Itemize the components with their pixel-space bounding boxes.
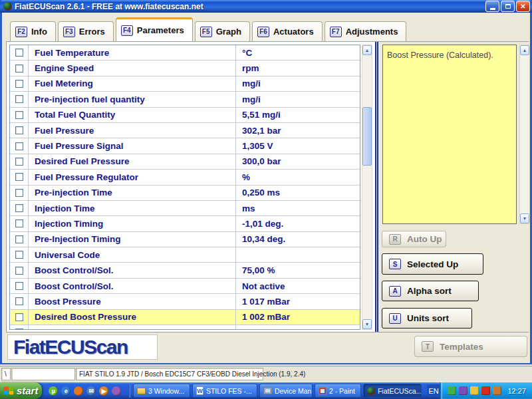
table-row[interactable]: Injection Timems [10, 201, 360, 216]
table-row[interactable]: Boost Control/Sol.75,00 % [10, 263, 360, 278]
start-button[interactable]: start [0, 382, 42, 399]
right-panel: Boost Pressure (Calculated). ▲ ▼ RAuto U… [379, 42, 529, 332]
tab-label: Graph [216, 27, 241, 37]
parameter-value: 1,305 V [242, 141, 273, 151]
table-row[interactable]: Boost Pressure1 017 mBar [10, 294, 360, 309]
photos-icon[interactable] [112, 386, 121, 396]
dropdown-caret-icon[interactable]: ▼ [188, 388, 190, 394]
language-indicator[interactable]: EN [427, 384, 441, 397]
tab-adjustments[interactable]: F7Adjustments [325, 21, 407, 41]
table-scrollbar[interactable]: ▲ ▼ [362, 45, 372, 330]
table-row[interactable]: Pre-Injection Timing10,34 deg. [10, 232, 360, 247]
tab-actuators[interactable]: F6Actuators [252, 21, 323, 41]
alpha-sort-button[interactable]: AAlpha sort [382, 281, 479, 301]
mail-icon[interactable]: ✉ [86, 386, 96, 396]
checkbox-cell [10, 186, 29, 200]
table-row[interactable]: Fuel Pressure Signal1,305 V [10, 138, 360, 154]
taskbar-button[interactable]: Device Man... [259, 384, 313, 398]
taskbar-clock[interactable]: 12:27 [507, 387, 526, 395]
row-checkbox[interactable] [15, 49, 23, 57]
row-checkbox[interactable] [15, 189, 23, 197]
taskbar-button-label: 3 Window... [148, 387, 184, 395]
table-row[interactable]: Total Fuel Quantity5,51 mg/i [10, 108, 360, 123]
row-checkbox[interactable] [15, 126, 23, 134]
table-row[interactable]: Fuel Pressure Regulator% [10, 170, 360, 185]
row-checkbox[interactable] [15, 267, 23, 275]
tab-parameters[interactable]: F4Parameters [116, 17, 193, 41]
checkbox-cell [10, 216, 29, 231]
logo-text: FiatECUScan [13, 336, 128, 358]
table-row[interactable]: Desired Boost Pressure1 002 mBar [10, 310, 360, 325]
selected-up-button[interactable]: SSelected Up [382, 253, 483, 275]
row-checkbox[interactable] [15, 251, 23, 259]
table-row[interactable]: Engine Speedrpm [10, 61, 360, 76]
row-checkbox[interactable] [15, 204, 23, 212]
close-icon[interactable]: ✕ [516, 1, 530, 12]
parameter-value: 302,1 bar [242, 126, 281, 136]
taskbar-button[interactable]: FiatECUSca... [363, 384, 422, 398]
row-checkbox[interactable] [15, 80, 23, 88]
row-checkbox[interactable] [15, 65, 23, 72]
row-checkbox[interactable] [15, 282, 23, 290]
row-checkbox[interactable] [15, 111, 23, 119]
utorrent-icon[interactable]: µ [49, 386, 58, 396]
firefox-icon[interactable] [74, 386, 83, 396]
checkbox-cell [10, 138, 29, 153]
scroll-down-icon[interactable]: ▼ [362, 319, 372, 329]
table-row[interactable]: Pre-injection fuel quantitymg/i [10, 92, 360, 107]
parameter-value-cell: Not active [236, 279, 360, 293]
media-player-icon[interactable]: ▶ [99, 386, 108, 396]
tray-antivirus-icon[interactable] [481, 386, 490, 395]
row-checkbox[interactable] [15, 235, 23, 243]
row-checkbox[interactable] [15, 297, 23, 305]
units-sort-button[interactable]: UUnits sort [382, 308, 472, 329]
table-scrollbar-thumb[interactable] [362, 107, 372, 166]
taskbar-button[interactable]: WSTILO FES -... [192, 384, 257, 398]
parameter-name-cell: Actual EGR [29, 325, 236, 330]
paint-icon [319, 387, 327, 395]
minimize-icon[interactable] [485, 1, 499, 12]
row-checkbox[interactable] [15, 173, 23, 181]
row-checkbox[interactable] [15, 158, 23, 166]
tray-display-icon[interactable] [470, 386, 479, 395]
info-scroll-up-icon[interactable]: ▲ [520, 45, 529, 55]
table-row[interactable]: Universal Code [10, 247, 360, 263]
tab-graph[interactable]: F5Graph [195, 21, 250, 41]
parameter-name: Total Fuel Quantity [35, 110, 115, 120]
row-checkbox[interactable] [15, 313, 23, 321]
tab-errors[interactable]: F3Errors [58, 21, 114, 41]
taskbar-button[interactable]: 2 - Paint [315, 384, 361, 398]
row-checkbox[interactable] [15, 329, 23, 330]
tray-device-icon[interactable] [459, 386, 467, 395]
parameter-value-cell: 300,0 bar [236, 154, 360, 169]
table-row[interactable]: Fuel Pressure302,1 bar [10, 123, 360, 138]
titlebar[interactable]: FiatECUScan 2.6.1 - FREE at www.fiatecus… [0, 0, 532, 13]
auto-up-button[interactable]: RAuto Up [382, 231, 446, 247]
tray-messenger-icon[interactable] [448, 386, 456, 395]
row-checkbox[interactable] [15, 95, 23, 103]
parameter-name: Injection Timing [35, 219, 103, 229]
table-row[interactable]: Fuel Temperature°C [10, 45, 360, 61]
taskbar-button[interactable]: 3 Window...▼ [133, 384, 190, 398]
parameter-name-cell: Pre-Injection Timing [29, 232, 236, 247]
table-row[interactable]: Fuel Meteringmg/i [10, 76, 360, 92]
tray-updates-icon[interactable] [493, 386, 501, 395]
scroll-up-icon[interactable]: ▲ [362, 45, 372, 55]
table-row[interactable]: Actual EGRNot active [10, 325, 360, 330]
table-row[interactable]: Desired Fuel Pressure300,0 bar [10, 154, 360, 170]
info-scrollbar[interactable]: ▲ ▼ [519, 45, 530, 224]
parameter-name-cell: Fuel Pressure Signal [29, 138, 236, 153]
tab-info[interactable]: F2Info [10, 21, 56, 41]
parameter-name: Boost Pressure [35, 297, 101, 307]
info-scroll-down-icon[interactable]: ▼ [520, 213, 529, 223]
internet-explorer-icon[interactable]: e [61, 386, 70, 396]
checkbox-cell [10, 108, 29, 122]
table-row[interactable]: Injection Timing-1,01 deg. [10, 216, 360, 231]
table-row[interactable]: Boost Control/Sol.Not active [10, 279, 360, 294]
table-row[interactable]: Pre-injection Time0,250 ms [10, 186, 360, 201]
row-checkbox[interactable] [15, 219, 23, 227]
row-checkbox[interactable] [15, 142, 23, 150]
panel-splitter[interactable] [374, 42, 379, 332]
restore-icon[interactable] [501, 1, 515, 12]
templates-button[interactable]: T Templates [414, 336, 527, 357]
